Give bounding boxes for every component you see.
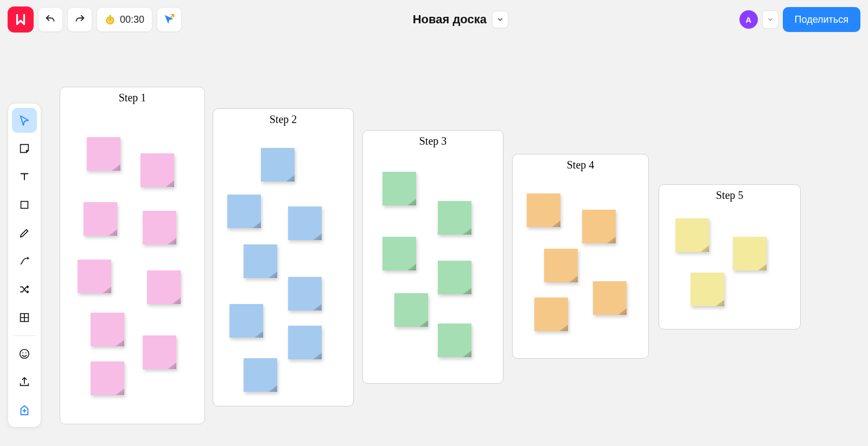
share-button[interactable]: Поделиться: [783, 7, 860, 32]
chevron-down-icon: [496, 16, 504, 23]
sticky-note[interactable]: [91, 313, 124, 346]
redo-icon: [74, 14, 86, 25]
sticky-note[interactable]: [534, 298, 568, 331]
grid-icon: [18, 312, 30, 324]
board-canvas[interactable]: Step 1Step 2Step 3Step 4Step 5: [0, 0, 868, 446]
sticky-note[interactable]: [582, 210, 616, 243]
sticky-note[interactable]: [147, 270, 181, 304]
user-avatar[interactable]: А: [739, 10, 758, 29]
sticky-note[interactable]: [394, 293, 428, 327]
sticky-note[interactable]: [438, 201, 471, 235]
sticky-note-icon: [18, 143, 30, 154]
frame-f3[interactable]: Step 3: [362, 130, 503, 384]
undo-icon: [44, 14, 56, 25]
tool-grid[interactable]: [12, 305, 37, 330]
sticky-note[interactable]: [229, 304, 263, 338]
timer-button[interactable]: 00:30: [97, 7, 152, 32]
toolbar-divider: [14, 335, 35, 336]
tool-connector[interactable]: [12, 249, 37, 274]
svg-point-7: [22, 352, 23, 353]
stopwatch-icon: [105, 14, 116, 25]
sticky-note[interactable]: [143, 211, 176, 244]
present-button[interactable]: [157, 7, 182, 32]
sticky-note[interactable]: [288, 206, 322, 240]
upload-icon: [18, 376, 30, 388]
tool-emoji[interactable]: [12, 341, 37, 366]
sticky-note[interactable]: [382, 172, 416, 205]
frame-f2[interactable]: Step 2: [213, 108, 354, 406]
presentation-cursor-icon: [163, 14, 175, 25]
sticky-note[interactable]: [227, 195, 261, 228]
svg-rect-1: [109, 15, 111, 16]
frame-title[interactable]: Step 4: [513, 159, 648, 171]
board-title[interactable]: Новая доска: [413, 12, 487, 27]
sticky-note[interactable]: [143, 335, 176, 369]
logo-icon: [14, 12, 28, 27]
sticky-note[interactable]: [593, 281, 627, 315]
undo-button[interactable]: [38, 7, 63, 32]
tool-pen[interactable]: [12, 221, 37, 245]
pencil-icon: [18, 227, 30, 239]
top-bar: 00:30 Новая доска А Поделиться: [8, 7, 860, 33]
emoji-icon: [18, 348, 30, 360]
connector-icon: [18, 255, 30, 267]
chevron-down-icon: [767, 16, 774, 23]
frame-title[interactable]: Step 3: [363, 135, 503, 147]
tool-text[interactable]: [12, 164, 37, 189]
frame-title[interactable]: Step 5: [659, 189, 800, 202]
frame-f1[interactable]: Step 1: [60, 87, 205, 424]
frame-title[interactable]: Step 1: [60, 92, 205, 104]
svg-point-8: [25, 352, 27, 353]
tool-add-page[interactable]: [12, 398, 37, 423]
tool-sticky-note[interactable]: [12, 136, 37, 161]
square-icon: [18, 199, 30, 211]
cursor-icon: [18, 114, 30, 126]
sticky-note[interactable]: [244, 244, 277, 278]
sticky-note[interactable]: [78, 260, 111, 293]
sticky-note[interactable]: [675, 218, 709, 252]
sticky-note[interactable]: [544, 249, 578, 282]
side-toolbar: [8, 103, 41, 428]
sticky-note[interactable]: [288, 326, 322, 359]
avatar-initial: А: [745, 15, 751, 24]
shuffle-icon: [18, 283, 30, 295]
topbar-right-group: А Поделиться: [739, 7, 860, 32]
sticky-note[interactable]: [733, 237, 767, 270]
frame-title[interactable]: Step 2: [213, 113, 353, 126]
tool-shape[interactable]: [12, 192, 37, 217]
topbar-center-group: Новая доска: [413, 11, 508, 28]
frame-f5[interactable]: Step 5: [659, 184, 801, 329]
tool-shuffle[interactable]: [12, 277, 37, 302]
share-label: Поделиться: [795, 14, 848, 25]
sticky-note[interactable]: [438, 324, 471, 357]
sticky-note[interactable]: [527, 193, 560, 227]
sticky-note[interactable]: [288, 277, 322, 311]
tool-select[interactable]: [12, 108, 37, 133]
svg-rect-4: [21, 202, 28, 209]
sticky-note[interactable]: [691, 273, 724, 306]
app-logo-button[interactable]: [8, 7, 34, 33]
add-page-icon: [18, 404, 30, 416]
sticky-note[interactable]: [91, 361, 124, 395]
topbar-left-group: 00:30: [8, 7, 182, 33]
sticky-note[interactable]: [261, 148, 295, 182]
text-icon: [18, 171, 30, 183]
sticky-note[interactable]: [438, 261, 471, 294]
timer-value: 00:30: [120, 14, 144, 25]
sticky-note[interactable]: [84, 202, 117, 236]
sticky-note[interactable]: [141, 153, 174, 187]
tool-export[interactable]: [12, 370, 37, 395]
redo-button[interactable]: [67, 7, 92, 32]
avatar-menu-button[interactable]: [762, 10, 778, 29]
sticky-note[interactable]: [382, 237, 416, 270]
board-menu-button[interactable]: [492, 11, 508, 28]
sticky-note[interactable]: [244, 358, 277, 392]
frame-f4[interactable]: Step 4: [512, 154, 649, 359]
svg-point-6: [20, 350, 29, 359]
sticky-note[interactable]: [87, 137, 120, 171]
